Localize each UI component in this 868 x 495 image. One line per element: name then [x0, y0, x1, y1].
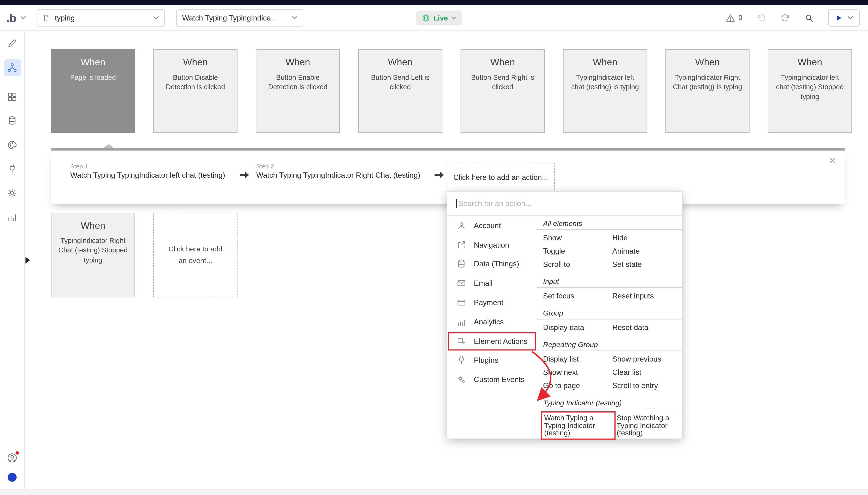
chevron-down-icon [153, 16, 159, 20]
sidebar-item-plugins[interactable] [0, 159, 24, 179]
sidebar-item-settings[interactable] [0, 183, 24, 203]
add-action-menu: Account Navigation Data (Things) Email [447, 191, 682, 439]
credit-card-icon [457, 298, 466, 307]
category-account[interactable]: Account [447, 216, 537, 235]
event-card[interactable]: When TypingIndicator Right Chat (testing… [51, 212, 135, 297]
grid-icon [7, 92, 17, 102]
action-item[interactable]: Scroll to [543, 258, 612, 271]
category-navigation[interactable]: Navigation [447, 235, 537, 254]
sidebar-item-layout[interactable] [0, 87, 24, 107]
left-sidebar [0, 31, 25, 495]
plug-icon [7, 164, 17, 174]
action-item[interactable]: Display data [543, 321, 612, 335]
action-item[interactable]: Set focus [543, 290, 612, 303]
action-item[interactable]: Display list [543, 353, 612, 366]
category-custom-events[interactable]: Custom Events [447, 370, 537, 389]
header-actions: 0 [726, 5, 860, 31]
add-event-button[interactable]: Click here to add an event... [153, 212, 238, 297]
bar-chart-icon [7, 212, 17, 222]
undo-icon[interactable] [757, 13, 766, 22]
user-avatar[interactable] [8, 473, 17, 482]
database-icon [7, 116, 17, 126]
workflow-canvas[interactable]: When Page is loaded When Button Disable … [25, 31, 868, 495]
action-item[interactable]: Hide [612, 232, 682, 245]
action-item-watch-typing[interactable]: Watch Typing a Typing Indicator (testing… [542, 413, 614, 438]
add-action-button[interactable]: Click here to add an action... [447, 163, 555, 192]
horizontal-scrollbar-track[interactable] [0, 490, 868, 495]
action-item[interactable]: Reset inputs [612, 290, 682, 303]
event-card[interactable]: When Button Send Left is clicked [358, 49, 442, 133]
search-icon[interactable] [804, 13, 814, 22]
event-card[interactable]: When Page is loaded [51, 49, 135, 133]
steps-divider-bar [51, 148, 845, 151]
event-card[interactable]: When TypingIndicator left chat (testing)… [563, 49, 647, 133]
element-actions-icon [457, 337, 466, 346]
issues-count: 0 [739, 14, 742, 22]
sidebar-item-styles[interactable] [0, 135, 24, 155]
event-card[interactable]: When Button Disable Detection is clicked [153, 49, 238, 133]
redo-icon[interactable] [781, 13, 790, 22]
header-toolbar: b typing Watch Typing TypingIndica... Li… [0, 5, 868, 31]
action-item[interactable]: Show next [543, 366, 612, 379]
action-section-header: Repeating Group [537, 337, 682, 351]
category-element-actions[interactable]: Element Actions [447, 331, 537, 351]
workflow-selector-value: Watch Typing TypingIndica... [182, 14, 287, 22]
sidebar-item-data[interactable] [0, 111, 24, 131]
category-plugins[interactable]: Plugins [447, 351, 537, 370]
action-item[interactable]: Set state [612, 258, 682, 271]
sidebar-item-help[interactable] [0, 448, 24, 468]
action-item[interactable]: Toggle [543, 245, 612, 258]
page-selector-value: typing [55, 14, 149, 22]
event-cards-row-1: When Page is loaded When Button Disable … [51, 49, 852, 133]
category-analytics[interactable]: Analytics [447, 312, 537, 331]
event-card[interactable]: When Button Enable Detection is clicked [256, 49, 340, 133]
chevron-down-icon [451, 16, 456, 20]
action-item[interactable]: Scroll to entry [612, 379, 682, 393]
notification-dot [16, 451, 19, 455]
environment-selector[interactable]: Live [416, 11, 462, 25]
workflow-step[interactable]: Step 1 Watch Typing TypingIndicator left… [70, 163, 225, 180]
plug-icon [457, 356, 466, 365]
step-arrow-icon [434, 171, 445, 179]
preview-button[interactable] [828, 9, 860, 26]
action-item[interactable]: Show [543, 232, 612, 245]
gear-icon [7, 188, 17, 198]
close-icon[interactable]: ✕ [829, 156, 836, 165]
action-category-list: Account Navigation Data (Things) Email [447, 216, 537, 440]
category-email[interactable]: Email [447, 274, 537, 293]
sidebar-item-logs[interactable] [0, 207, 24, 227]
play-icon [835, 14, 843, 22]
event-card[interactable]: When TypingIndicator Right Chat (testing… [665, 49, 750, 133]
action-item[interactable]: Clear list [612, 366, 682, 379]
action-item[interactable]: Reset data [612, 321, 682, 335]
action-section: Group Display data Reset data [537, 306, 682, 337]
action-section-header: All elements [537, 216, 682, 230]
action-item[interactable]: Animate [612, 245, 682, 258]
chevron-down-icon [848, 16, 853, 20]
workflow-step[interactable]: Step 2 Watch Typing TypingIndicator Righ… [256, 163, 420, 180]
panel-collapse-handle[interactable] [25, 257, 30, 263]
sidebar-item-design[interactable] [0, 33, 24, 53]
category-data-things[interactable]: Data (Things) [447, 254, 537, 274]
category-payment[interactable]: Payment [447, 293, 537, 312]
pencil-icon [7, 38, 17, 48]
event-card[interactable]: When TypingIndicator left chat (testing)… [768, 49, 852, 133]
workflow-selector-dropdown[interactable]: Watch Typing TypingIndica... [176, 10, 303, 27]
gears-icon [457, 375, 466, 385]
event-cards-row-2: When TypingIndicator Right Chat (testing… [51, 212, 237, 297]
action-section: All elements Show Hide Toggle Animate Sc… [537, 216, 682, 274]
issues-indicator[interactable]: 0 [726, 13, 742, 22]
account-icon [457, 221, 466, 230]
analytics-icon [457, 317, 466, 327]
bubble-logo-menu[interactable]: b [7, 5, 26, 31]
text-cursor [456, 199, 457, 208]
action-item-stop-watching[interactable]: Stop Watching a Typing Indicator (testin… [614, 413, 682, 438]
event-card[interactable]: When Button Send Right is clicked [461, 49, 545, 133]
environment-label: Live [433, 14, 448, 22]
action-item[interactable]: Show previous [612, 353, 682, 366]
sidebar-item-workflow[interactable] [0, 58, 24, 78]
envelope-icon [457, 279, 466, 288]
action-item[interactable]: Go to page [543, 379, 612, 393]
action-search-input[interactable] [447, 191, 682, 215]
page-selector-dropdown[interactable]: typing [37, 10, 165, 27]
